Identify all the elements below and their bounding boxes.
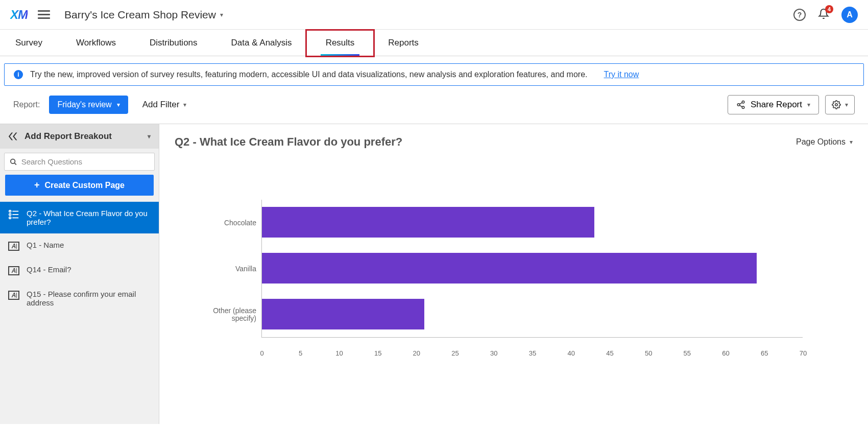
x-tick: 70 xyxy=(800,349,807,357)
svg-point-5 xyxy=(835,104,838,106)
main-area: Add Report Breakout ▾ + Create Custom Pa… xyxy=(0,124,868,424)
svg-point-2 xyxy=(742,106,744,109)
breakout-icon xyxy=(8,131,18,141)
svg-point-6 xyxy=(11,159,15,163)
sidebar-item-q2[interactable]: Q2 - What Ice Cream Flavor do you prefer… xyxy=(0,202,159,233)
y-label-chocolate: Chocolate xyxy=(205,205,256,241)
info-icon: i xyxy=(14,70,23,79)
y-label-vanilla: Vanilla xyxy=(205,251,256,287)
svg-point-1 xyxy=(737,104,740,106)
chevron-down-icon: ▾ xyxy=(220,11,223,18)
share-icon xyxy=(736,100,745,109)
chevron-down-icon: ▾ xyxy=(850,138,853,146)
question-title: Q2 - What Ice Cream Flavor do you prefer… xyxy=(175,135,402,149)
x-tick: 65 xyxy=(761,349,768,357)
share-report-button[interactable]: Share Report ▾ xyxy=(728,95,819,114)
report-label: Report: xyxy=(13,100,40,109)
report-toolbar: Report: Friday's review ▾ Add Filter ▾ S… xyxy=(0,86,868,124)
x-tick: 55 xyxy=(684,349,691,357)
banner-text: Try the new, improved version of survey … xyxy=(30,70,588,79)
svg-point-8 xyxy=(9,210,11,212)
chart: Chocolate Vanilla Other (please specify)… xyxy=(205,200,853,338)
plus-icon: + xyxy=(34,180,40,191)
sidebar-item-q1[interactable]: A Q1 - Name xyxy=(0,233,159,258)
help-icon[interactable]: ? xyxy=(793,9,806,21)
notifications-button[interactable]: 4 xyxy=(818,8,829,21)
tab-data-analysis[interactable]: Data & Analysis xyxy=(226,30,297,56)
sidebar: Add Report Breakout ▾ + Create Custom Pa… xyxy=(0,124,159,424)
sidebar-item-q15[interactable]: A Q15 - Please confirm your email addres… xyxy=(0,282,159,314)
chevron-down-icon: ▾ xyxy=(117,101,120,108)
settings-button[interactable]: ▾ xyxy=(825,95,855,114)
chevron-down-icon: ▾ xyxy=(183,101,186,108)
top-bar: XM Barry's Ice Cream Shop Review ▾ ? 4 A xyxy=(0,0,868,30)
chevron-down-icon: ▾ xyxy=(845,101,848,108)
text-entry-icon: A xyxy=(8,266,19,275)
search-questions-input[interactable] xyxy=(4,153,155,171)
x-tick: 40 xyxy=(567,349,574,357)
try-it-now-link[interactable]: Try it now xyxy=(604,70,639,79)
tab-workflows[interactable]: Workflows xyxy=(71,30,121,56)
x-tick: 15 xyxy=(374,349,381,357)
notification-badge: 4 xyxy=(825,5,833,13)
chevron-down-icon: ▾ xyxy=(148,133,151,140)
bar-other[interactable] xyxy=(262,299,424,329)
x-tick: 45 xyxy=(606,349,613,357)
x-tick: 60 xyxy=(722,349,729,357)
svg-point-10 xyxy=(9,214,11,216)
add-filter-dropdown[interactable]: Add Filter ▾ xyxy=(142,100,187,110)
text-entry-icon: A xyxy=(8,242,19,251)
x-tick: 0 xyxy=(260,349,263,357)
y-label-other: Other (please specify) xyxy=(205,297,256,333)
report-dropdown[interactable]: Friday's review ▾ xyxy=(49,96,128,114)
logo[interactable]: XM xyxy=(10,8,28,22)
project-title-dropdown[interactable]: Barry's Ice Cream Shop Review ▾ xyxy=(64,9,223,21)
x-tick: 5 xyxy=(299,349,302,357)
tab-reports[interactable]: Reports xyxy=(383,30,424,56)
svg-point-12 xyxy=(9,217,11,219)
x-tick: 10 xyxy=(335,349,343,357)
tab-distributions[interactable]: Distributions xyxy=(144,30,203,56)
nav-tabs: Survey Workflows Distributions Data & An… xyxy=(0,30,868,56)
x-tick: 30 xyxy=(490,349,497,357)
menu-icon[interactable] xyxy=(38,8,50,21)
tab-results[interactable]: Results xyxy=(321,30,360,56)
svg-point-0 xyxy=(742,101,744,104)
tab-survey[interactable]: Survey xyxy=(10,30,47,56)
info-banner: i Try the new, improved version of surve… xyxy=(4,63,864,86)
x-tick: 50 xyxy=(645,349,652,357)
chart-y-labels: Chocolate Vanilla Other (please specify) xyxy=(205,200,261,338)
bar-chocolate[interactable] xyxy=(262,207,594,238)
search-icon xyxy=(10,158,17,166)
content-panel: Q2 - What Ice Cream Flavor do you prefer… xyxy=(159,124,868,424)
create-custom-page-button[interactable]: + Create Custom Page xyxy=(5,175,154,196)
sidebar-item-q14[interactable]: A Q14 - Email? xyxy=(0,258,159,282)
x-tick: 25 xyxy=(451,349,459,357)
add-report-breakout[interactable]: Add Report Breakout ▾ xyxy=(0,124,159,149)
svg-line-3 xyxy=(739,103,742,104)
chevron-down-icon: ▾ xyxy=(807,101,810,108)
svg-line-7 xyxy=(14,162,16,164)
x-tick: 20 xyxy=(413,349,420,357)
svg-line-4 xyxy=(739,105,742,107)
multiple-choice-icon xyxy=(8,209,19,220)
avatar[interactable]: A xyxy=(841,7,858,23)
text-entry-icon: A xyxy=(8,291,19,300)
chart-plot-area: 0510152025303540455055606570 xyxy=(261,200,803,338)
gear-icon xyxy=(832,100,841,109)
x-tick: 35 xyxy=(529,349,536,357)
bar-vanilla[interactable] xyxy=(262,253,757,284)
project-title: Barry's Ice Cream Shop Review xyxy=(64,9,216,21)
page-options-dropdown[interactable]: Page Options ▾ xyxy=(796,137,853,147)
search-input-field[interactable] xyxy=(21,157,149,166)
